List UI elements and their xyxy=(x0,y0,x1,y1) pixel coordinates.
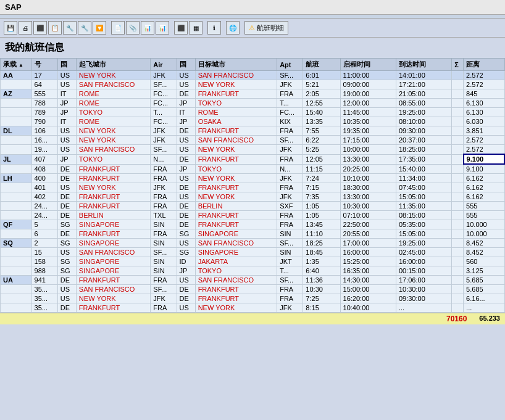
cell-depcity[interactable]: NEW YORK xyxy=(76,136,150,145)
cell-arrcity[interactable]: FRANKFURT xyxy=(195,89,277,99)
table-row[interactable]: 6 DE FRANKFURT FRA SG SINGAPORE SIN 11:1… xyxy=(1,229,505,239)
table-row[interactable]: SQ 2 SG SINGAPORE SIN US SAN FRANCISCO S… xyxy=(1,239,505,248)
table-row[interactable]: 64 US SAN FRANCISCO SF... US NEW YORK JF… xyxy=(1,80,505,89)
table-row[interactable]: 988 SG SINGAPORE SIN JP TOKYO T... 6:40 … xyxy=(1,266,505,276)
table-row[interactable]: 402 DE FRANKFURT FRA US NEW YORK JFK 7:3… xyxy=(1,192,505,202)
cell-depcity[interactable]: TOKYO xyxy=(76,154,150,164)
cell-depcity[interactable]: FRANKFURT xyxy=(76,229,150,239)
cell-depcity[interactable]: FRANKFURT xyxy=(76,164,150,174)
table-row[interactable]: AA 17 US NEW YORK JFK US SAN FRANCISCO S… xyxy=(1,71,505,80)
cell-depcity[interactable]: NEW YORK xyxy=(76,183,150,192)
table-row[interactable]: 401 US NEW YORK JFK DE FRANKFURT FRA 7:1… xyxy=(1,183,505,192)
table-row[interactable]: UA 941 DE FRANKFURT FRA US SAN FRANCISCO… xyxy=(1,276,505,285)
cell-depcity[interactable]: NEW YORK xyxy=(76,71,150,80)
table-row[interactable]: 35... DE FRANKFURT FRA US NEW YORK JFK 8… xyxy=(1,303,505,313)
table-row[interactable]: 35... US NEW YORK JFK DE FRANKFURT FRA 7… xyxy=(1,294,505,303)
toolbar-btn-7[interactable]: 📄 xyxy=(111,21,125,35)
header-dist[interactable]: 距离 xyxy=(464,59,504,71)
cell-arrcity[interactable]: FRANKFURT xyxy=(195,211,277,220)
table-row[interactable]: 35... US SAN FRANCISCO SF... DE FRANKFUR… xyxy=(1,285,505,294)
table-row[interactable]: 408 DE FRANKFURT FRA JP TOKYO N... 11:15… xyxy=(1,164,505,174)
cell-arrcity[interactable]: SAN FRANCISCO xyxy=(195,136,277,145)
header-sigma[interactable]: Σ xyxy=(452,59,464,71)
header-arrcity[interactable]: 目标城市 xyxy=(195,59,277,71)
table-row[interactable]: 15 US SAN FRANCISCO SF... SG SINGAPORE S… xyxy=(1,248,505,257)
table-row[interactable]: JL 407 JP TOKYO N... DE FRANKFURT FRA 12… xyxy=(1,154,505,164)
cell-arrcity[interactable]: TOKYO xyxy=(195,164,277,174)
table-row[interactable]: AZ 555 IT ROME FC... DE FRANKFURT FRA 2:… xyxy=(1,89,505,99)
cell-arrcity[interactable]: NEW YORK xyxy=(195,303,277,313)
cell-depcity[interactable]: SAN FRANCISCO xyxy=(76,80,150,89)
cell-arrcity[interactable]: SINGAPORE xyxy=(195,248,277,257)
cell-depcity[interactable]: FRANKFURT xyxy=(76,276,150,285)
cell-arrcity[interactable]: SAN FRANCISCO xyxy=(195,276,277,285)
cell-arrcity[interactable]: NEW YORK xyxy=(195,192,277,202)
cell-arrcity[interactable]: TOKYO xyxy=(195,99,277,108)
table-row[interactable]: 16... US NEW YORK JFK US SAN FRANCISCO S… xyxy=(1,136,505,145)
toolbar-btn-4[interactable]: 📋 xyxy=(48,21,62,35)
header-c1[interactable]: 国 xyxy=(57,59,76,71)
header-c2[interactable]: 国 xyxy=(177,59,195,71)
header-depcity[interactable]: 起飞城市 xyxy=(76,59,150,71)
toolbar-btn-11[interactable]: ⬛ xyxy=(174,21,188,35)
toolbar-btn-1[interactable]: 💾 xyxy=(4,21,17,35)
toolbar-btn-13[interactable]: ℹ xyxy=(207,21,221,35)
cell-arrcity[interactable]: JAKARTA xyxy=(195,257,277,266)
cell-arrcity[interactable]: SINGAPORE xyxy=(195,229,277,239)
header-air[interactable]: Air xyxy=(151,59,177,71)
cell-depcity[interactable]: ROME xyxy=(76,99,150,108)
cell-depcity[interactable]: SAN FRANCISCO xyxy=(76,248,150,257)
cell-arrcity[interactable]: NEW YORK xyxy=(195,174,277,183)
cell-depcity[interactable]: NEW YORK xyxy=(76,294,150,303)
toolbar-btn-globe[interactable]: 🌐 xyxy=(226,21,240,35)
cell-arrcity[interactable]: NEW YORK xyxy=(195,80,277,89)
table-row[interactable]: 788 JP ROME FC... JP TOKYO T... 12:55 12… xyxy=(1,99,505,108)
table-row[interactable]: 19... US SAN FRANCISCO SF... US NEW YORK… xyxy=(1,145,505,155)
cell-depcity[interactable]: SAN FRANCISCO xyxy=(76,285,150,294)
toolbar-btn-5[interactable]: 🔧 xyxy=(63,21,77,35)
cell-depcity[interactable]: BERLIN xyxy=(76,211,150,220)
table-row[interactable]: 24... DE BERLIN TXL DE FRANKFURT FRA 1:0… xyxy=(1,211,505,220)
toolbar-btn-9[interactable]: 📊 xyxy=(141,21,154,35)
table-row[interactable]: 158 SG SINGAPORE SIN ID JAKARTA JKT 1:35… xyxy=(1,257,505,266)
table-row[interactable]: 24... DE FRANKFURT FRA DE BERLIN SXF 1:0… xyxy=(1,202,505,211)
header-deptime[interactable]: 启程时间 xyxy=(340,59,396,71)
cell-depcity[interactable]: SINGAPORE xyxy=(76,239,150,248)
cell-depcity[interactable]: SINGAPORE xyxy=(76,257,150,266)
cell-arrcity[interactable]: OSAKA xyxy=(195,117,277,126)
table-row[interactable]: LH 400 DE FRANKFURT FRA US NEW YORK JFK … xyxy=(1,174,505,183)
cell-arrcity[interactable]: SAN FRANCISCO xyxy=(195,71,277,80)
cell-depcity[interactable]: ROME xyxy=(76,89,150,99)
cell-depcity[interactable]: FRANKFURT xyxy=(76,192,150,202)
table-row[interactable]: QF 5 SG SINGAPORE SIN DE FRANKFURT FRA 1… xyxy=(1,220,505,229)
header-flight[interactable]: 航班 xyxy=(303,59,340,71)
cell-depcity[interactable]: SINGAPORE xyxy=(76,220,150,229)
cell-arrcity[interactable]: FRANKFURT xyxy=(195,285,277,294)
cell-depcity[interactable]: SAN FRANCISCO xyxy=(76,145,150,155)
toolbar-btn-8[interactable]: 📎 xyxy=(126,21,140,35)
table-row[interactable]: DL 106 US NEW YORK JFK DE FRANKFURT FRA … xyxy=(1,126,505,136)
cell-arrcity[interactable]: FRANKFURT xyxy=(195,154,277,164)
cell-arrcity[interactable]: NEW YORK xyxy=(195,145,277,155)
header-arrtime[interactable]: 到达时间 xyxy=(396,59,451,71)
cell-depcity[interactable]: ROME xyxy=(76,117,150,126)
cell-arrcity[interactable]: SAN FRANCISCO xyxy=(195,239,277,248)
cell-depcity[interactable]: FRANKFURT xyxy=(76,202,150,211)
cell-depcity[interactable]: SINGAPORE xyxy=(76,266,150,276)
toolbar-btn-filter[interactable]: 🔽 xyxy=(93,21,106,35)
cell-arrcity[interactable]: TOKYO xyxy=(195,266,277,276)
toolbar-btn-3[interactable]: ⬛ xyxy=(33,21,47,35)
cell-arrcity[interactable]: FRANKFURT xyxy=(195,126,277,136)
header-carrier[interactable]: 承载 ▲ xyxy=(1,59,32,71)
cell-depcity[interactable]: FRANKFURT xyxy=(76,303,150,313)
cell-arrcity[interactable]: BERLIN xyxy=(195,202,277,211)
header-apt[interactable]: Apt xyxy=(277,59,303,71)
header-num[interactable]: 号 xyxy=(31,59,57,71)
toolbar-btn-10[interactable]: 📊 xyxy=(156,21,169,35)
table-row[interactable]: 789 JP TOKYO T... IT ROME FC... 15:40 11… xyxy=(1,108,505,117)
toolbar-btn-6[interactable]: 🔧 xyxy=(78,21,91,35)
cell-arrcity[interactable]: FRANKFURT xyxy=(195,294,277,303)
cell-depcity[interactable]: TOKYO xyxy=(76,108,150,117)
toolbar-btn-2[interactable]: 🖨 xyxy=(19,21,32,35)
cell-depcity[interactable]: NEW YORK xyxy=(76,126,150,136)
